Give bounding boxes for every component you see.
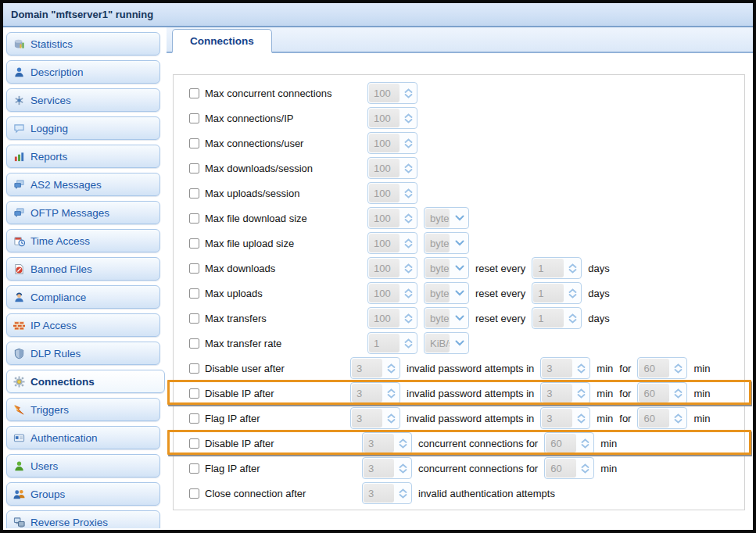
number-spinner[interactable]: 60 [544, 457, 594, 479]
spinner-arrows[interactable] [573, 358, 589, 378]
sidebar-item-authentication[interactable]: Authentication [6, 426, 160, 449]
sidebar-item-dlp-rules[interactable]: DLP Rules [6, 342, 160, 365]
sidebar-item-banned-files[interactable]: Banned Files [6, 257, 160, 281]
sidebar-item-statistics[interactable]: Statistics [6, 32, 160, 55]
number-spinner[interactable]: 100 [367, 257, 417, 279]
row-checkbox[interactable] [189, 363, 199, 374]
spinner-arrows[interactable] [400, 158, 417, 178]
number-spinner[interactable]: 100 [367, 232, 417, 254]
sidebar-item-users[interactable]: Users [6, 454, 160, 478]
number-spinner[interactable]: 100 [367, 282, 417, 304]
number-spinner[interactable]: 100 [367, 182, 417, 204]
row-checkbox[interactable] [189, 263, 199, 274]
sidebar-item-time-access[interactable]: Time Access [6, 229, 160, 252]
unit-select[interactable]: bytes [424, 207, 469, 229]
sidebar-item-reports[interactable]: Reports [6, 145, 160, 168]
number-spinner[interactable]: 1 [532, 282, 582, 304]
row-checkbox[interactable] [189, 488, 199, 499]
row-checkbox[interactable] [189, 438, 199, 449]
sidebar-item-compliance[interactable]: Compliance [6, 285, 160, 309]
sidebar-item-groups[interactable]: Groups [6, 482, 160, 506]
spinner-arrows[interactable] [577, 433, 593, 453]
unit-select[interactable]: bytes [424, 257, 469, 279]
spinner-arrows[interactable] [670, 358, 686, 378]
sidebar-item-ip-access[interactable]: IP Access [6, 313, 160, 337]
sidebar-item-services[interactable]: Services [6, 88, 160, 112]
row-checkbox[interactable] [189, 463, 199, 474]
number-spinner[interactable]: 100 [367, 82, 417, 104]
spinner-arrows[interactable] [573, 408, 589, 428]
spinner-arrows[interactable] [670, 383, 686, 403]
number-spinner[interactable]: 3 [350, 357, 400, 379]
row-checkbox[interactable] [189, 138, 199, 148]
row-checkbox[interactable] [189, 313, 199, 324]
sidebar-item-logging[interactable]: Logging [6, 116, 160, 140]
sidebar-item-connections[interactable]: Connections [6, 370, 165, 393]
number-spinner[interactable]: 100 [367, 132, 417, 154]
number-spinner[interactable]: 60 [544, 432, 594, 454]
spinner-arrows[interactable] [400, 183, 417, 203]
spinner-arrows[interactable] [564, 308, 581, 328]
row-checkbox[interactable] [189, 338, 199, 349]
spinner-arrows[interactable] [383, 383, 399, 403]
chevron-up-icon [577, 363, 586, 368]
number-spinner[interactable]: 100 [367, 157, 417, 179]
spinner-arrows[interactable] [395, 433, 411, 453]
unit-select[interactable]: bytes [424, 232, 469, 254]
number-spinner[interactable]: 3 [362, 482, 412, 504]
spinner-arrows[interactable] [400, 108, 417, 128]
spinner-arrows[interactable] [400, 83, 417, 103]
number-spinner[interactable]: 100 [367, 307, 417, 329]
spinner-arrows[interactable] [400, 333, 417, 353]
spinner-arrows[interactable] [400, 133, 417, 153]
number-spinner[interactable]: 100 [367, 107, 417, 129]
number-spinner[interactable]: 3 [350, 382, 400, 404]
number-spinner[interactable]: 3 [540, 357, 590, 379]
spinner-arrows[interactable] [395, 458, 411, 478]
number-spinner[interactable]: 3 [350, 407, 400, 429]
row-checkbox[interactable] [189, 213, 199, 224]
number-spinner[interactable]: 3 [362, 457, 412, 479]
tab-connections[interactable]: Connections [172, 29, 272, 53]
spinner-arrows[interactable] [395, 483, 411, 503]
number-spinner[interactable]: 3 [540, 382, 590, 404]
unit-select[interactable]: bytes [424, 282, 469, 304]
row-checkbox[interactable] [189, 88, 199, 98]
spinner-arrows[interactable] [400, 208, 417, 228]
spinner-arrows[interactable] [400, 233, 417, 253]
sidebar-item-triggers[interactable]: Triggers [6, 398, 160, 421]
spinner-arrows[interactable] [383, 358, 399, 378]
row-checkbox[interactable] [189, 288, 199, 299]
row-checkbox[interactable] [189, 388, 199, 399]
number-spinner[interactable]: 60 [637, 382, 687, 404]
spinner-arrows[interactable] [400, 308, 417, 328]
unit-select[interactable]: KiB/s [424, 332, 469, 354]
spinner-arrows[interactable] [573, 383, 589, 403]
number-spinner[interactable]: 60 [637, 357, 687, 379]
row-checkbox[interactable] [189, 238, 199, 249]
row-checkbox[interactable] [189, 163, 199, 173]
row-checkbox[interactable] [189, 413, 199, 424]
sidebar-item-description[interactable]: Description [6, 60, 160, 84]
number-spinner[interactable]: 1 [367, 332, 417, 354]
number-spinner[interactable]: 3 [362, 432, 412, 454]
number-spinner[interactable]: 3 [540, 407, 590, 429]
spinner-arrows[interactable] [577, 458, 593, 478]
number-spinner[interactable]: 100 [367, 207, 417, 229]
spinner-arrows[interactable] [670, 408, 686, 428]
row-label: Max connections/IP [205, 113, 293, 124]
sidebar-item-as2-messages[interactable]: AS2 Messages [6, 173, 160, 196]
unit-select[interactable]: bytes [424, 307, 469, 329]
number-spinner[interactable]: 1 [532, 257, 582, 279]
spinner-arrows[interactable] [400, 258, 417, 278]
sidebar-item-reverse-proxies[interactable]: Reverse Proxies [6, 510, 160, 528]
row-checkbox[interactable] [189, 113, 199, 123]
number-spinner[interactable]: 1 [532, 307, 582, 329]
sidebar-item-oftp-messages[interactable]: OFTP Messages [6, 201, 160, 224]
spinner-arrows[interactable] [564, 283, 581, 303]
spinner-arrows[interactable] [400, 283, 417, 303]
spinner-arrows[interactable] [383, 408, 399, 428]
spinner-arrows[interactable] [564, 258, 581, 278]
number-spinner[interactable]: 60 [637, 407, 687, 429]
row-checkbox[interactable] [189, 188, 199, 199]
